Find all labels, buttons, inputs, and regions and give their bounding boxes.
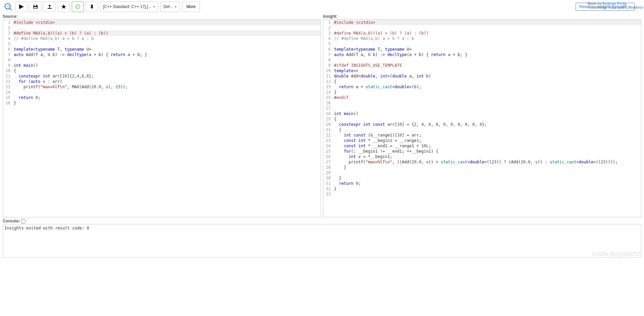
code-text: auto Add(T a, U b) -> decltype(a + b) { … — [12, 52, 321, 57]
line-number: 12 — [3, 79, 12, 84]
line-number: 11 — [3, 73, 12, 79]
console-output[interactable]: Insights exited with result code: 0 — [3, 224, 641, 258]
insight-editor[interactable]: 1#include <cstdio>23#define MAX(a,b)((a)… — [323, 19, 641, 217]
code-text — [333, 106, 641, 111]
code-line[interactable]: 11double Add<double, int>(double a, int … — [323, 73, 641, 79]
code-line[interactable]: 3#define MAX(a,b)((a) > (b) ? (a) : (b)) — [323, 31, 641, 36]
code-line[interactable]: 11 constexpr int arr[10]{2,4,6,8}; — [3, 73, 321, 79]
code-line[interactable]: 7auto Add(T a, U b) -> decltype(a + b) {… — [3, 52, 321, 57]
code-line[interactable]: 15#endif — [323, 95, 641, 100]
code-line[interactable]: 19{ — [323, 116, 641, 122]
code-line[interactable]: 16 — [323, 100, 641, 106]
code-text: printf("max=%lf\n", ((Add(20.0, v)) > st… — [333, 159, 641, 165]
code-line[interactable]: 31 return 0; — [323, 181, 641, 186]
code-line[interactable]: 21 { — [323, 127, 641, 133]
code-line[interactable]: 10{ — [3, 68, 321, 73]
code-line[interactable]: 2 — [3, 25, 321, 31]
code-line[interactable]: 12{ — [323, 79, 641, 84]
code-line[interactable]: 26 int v = *__begin1; — [323, 154, 641, 159]
code-line[interactable]: 8 — [3, 57, 321, 63]
flask-link[interactable]: Flask — [608, 5, 616, 9]
code-line[interactable]: 17 — [323, 106, 641, 111]
source-editor[interactable]: 1#include <cstdio>23#define MAX(a,b)((a)… — [3, 19, 321, 217]
insights-button[interactable]: C — [72, 1, 84, 12]
code-line[interactable]: 12 for (auto v : arr) — [3, 79, 321, 84]
line-number: 2 — [3, 25, 12, 31]
svg-rect-6 — [48, 8, 52, 9]
author-link[interactable]: Andreas Fertig — [602, 1, 627, 5]
line-number: 21 — [323, 127, 333, 133]
code-line[interactable]: 2 — [323, 25, 641, 31]
star-button[interactable] — [58, 1, 70, 12]
codemirror-link[interactable]: CodeMirror — [625, 5, 643, 9]
line-number: 33 — [323, 192, 333, 197]
svg-text:++: ++ — [6, 5, 10, 8]
credits: Made by Andreas Fertig Powered by Flask … — [587, 1, 644, 9]
line-number: 11 — [323, 73, 333, 79]
code-line[interactable]: 25 for(; __begin1 != __end1; ++__begin1)… — [323, 149, 641, 154]
code-line[interactable]: 9#ifdef INSIGHTS_USE_TEMPLATE — [323, 63, 641, 68]
code-line[interactable]: 5 — [3, 41, 321, 47]
code-line[interactable]: 6template<typename T, typename U> — [3, 47, 321, 52]
line-number: 12 — [323, 79, 333, 84]
line-number: 8 — [3, 57, 12, 63]
code-line[interactable]: 6template<typename T, typename U> — [323, 47, 641, 52]
code-line[interactable]: 20 constexpr int const arr[10] = {2, 4, … — [323, 122, 641, 127]
line-number: 4 — [323, 36, 333, 41]
code-line[interactable]: 15 return 0; — [3, 95, 321, 100]
code-line[interactable]: 33 — [323, 192, 641, 197]
pin-button[interactable] — [86, 1, 98, 12]
save-button[interactable] — [30, 1, 42, 12]
def-select[interactable]: Def...▼ — [160, 1, 180, 12]
code-line[interactable]: 7auto Add(T a, U b) -> decltype(a + b) {… — [323, 52, 641, 57]
line-number: 19 — [323, 116, 333, 122]
code-text: } — [12, 100, 321, 106]
code-text: { — [333, 116, 641, 122]
run-button[interactable] — [15, 1, 28, 12]
line-number: 1 — [323, 20, 333, 25]
line-number: 14 — [323, 90, 333, 95]
code-text: return a + static_cast<double>(b); — [333, 84, 641, 90]
code-line[interactable]: 16} — [3, 100, 321, 106]
code-line[interactable]: 1#include <cstdio> — [323, 20, 641, 25]
code-line[interactable]: 13 printf("max=%lf\n", MAX(Add(20.0, v),… — [3, 84, 321, 90]
code-line[interactable]: 8 — [323, 57, 641, 63]
code-line[interactable]: 32} — [323, 186, 641, 192]
code-text: for (auto v : arr) — [12, 79, 321, 84]
code-line[interactable]: 14} — [323, 90, 641, 95]
code-line[interactable]: 23 const int * __begin1 = __range1; — [323, 138, 641, 143]
code-text — [333, 57, 641, 63]
code-text — [12, 41, 321, 47]
code-line[interactable]: 9int main() — [3, 63, 321, 68]
code-line[interactable]: 4// #define MAX(a,b) a > b ? a : b — [3, 36, 321, 41]
code-line[interactable]: 18int main() — [323, 111, 641, 116]
code-text: return 0; — [333, 181, 641, 186]
code-text — [333, 41, 641, 47]
code-line[interactable]: 30 } — [323, 175, 641, 181]
code-line[interactable]: 27 printf("max=%lf\n", ((Add(20.0, v)) >… — [323, 159, 641, 165]
code-line[interactable]: 29 — [323, 170, 641, 175]
code-line[interactable]: 1#include <cstdio> — [3, 20, 321, 25]
line-number: 1 — [3, 20, 12, 25]
code-text: printf("max=%lf\n", MAX(Add(20.0, v), 23… — [12, 84, 321, 90]
line-number: 10 — [323, 68, 333, 73]
upload-button[interactable] — [44, 1, 56, 12]
code-text: template<> — [333, 68, 641, 73]
code-line[interactable]: 14 — [3, 90, 321, 95]
code-line[interactable]: 22 int const (&__range1)[10] = arr; — [323, 133, 641, 138]
line-number: 9 — [323, 63, 333, 68]
svg-text:C: C — [76, 6, 78, 8]
standard-select[interactable]: [C++ Standard: C++ 17],[...▼ — [100, 1, 158, 12]
code-line[interactable]: 4// #define MAX(a,b) a > b ? a : b — [323, 36, 641, 41]
code-line[interactable]: 13 return a + static_cast<double>(b); — [323, 84, 641, 90]
code-text: constexpr int arr[10]{2,4,6,8}; — [12, 73, 321, 79]
more-button[interactable]: More — [182, 1, 200, 12]
insight-pane: Insight: 1#include <cstdio>23#define MAX… — [323, 13, 641, 217]
code-line[interactable]: 28 } — [323, 165, 641, 170]
console-checkbox[interactable] — [21, 219, 25, 223]
code-line[interactable]: 3#define MAX(a,b)((a) > (b) ? (a) : (b)) — [3, 31, 321, 36]
code-text: { — [333, 127, 641, 133]
code-line[interactable]: 24 const int * __end1 = __range1 + 10L; — [323, 143, 641, 149]
code-line[interactable]: 10template<> — [323, 68, 641, 73]
code-line[interactable]: 5 — [323, 41, 641, 47]
